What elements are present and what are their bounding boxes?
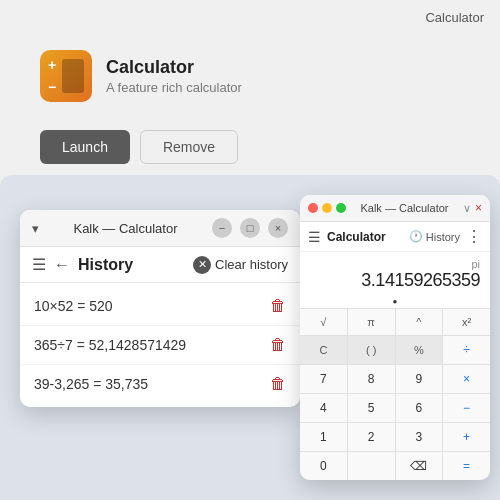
calc-key[interactable]: ÷	[443, 336, 490, 364]
history-item: 39-3,265 = 35,735 🗑	[20, 365, 300, 403]
menu-icon[interactable]: ☰	[32, 255, 46, 274]
calc-buttons: √π^x²C( )%÷789×456−123+0⌫=	[300, 308, 490, 480]
calc-key[interactable]: 9	[396, 365, 443, 393]
delete-icon[interactable]: 🗑	[270, 336, 286, 354]
plus-icon: +	[48, 58, 56, 72]
calc-key[interactable]: ( )	[348, 336, 395, 364]
pi-label: pi	[310, 258, 480, 270]
dot-indicator: ●	[300, 297, 490, 306]
clear-x-icon: ✕	[193, 256, 211, 274]
action-buttons: Launch Remove	[40, 130, 238, 164]
app-info-section: + − Calculator A feature rich calculator	[40, 50, 242, 102]
calc-result: 3.14159265359	[310, 270, 480, 291]
close-button[interactable]: ×	[268, 218, 288, 238]
calc-key[interactable]: +	[443, 423, 490, 451]
calc-key[interactable]: 5	[348, 394, 395, 422]
history-list: 10×52 = 520 🗑 365÷7 = 52,1428571429 🗑 39…	[20, 283, 300, 407]
app-name: Calculator	[106, 57, 242, 78]
clear-history-button[interactable]: ✕ Clear history	[193, 256, 288, 274]
history-titlebar: ▾ Kalk — Calculator − □ ×	[20, 210, 300, 247]
history-window: ▾ Kalk — Calculator − □ × ☰ ← History ✕ …	[20, 210, 300, 407]
calc-key[interactable]: 4	[300, 394, 347, 422]
history-toolbar: ☰ ← History ✕ Clear history	[20, 247, 300, 283]
history-expression: 10×52 = 520	[34, 298, 113, 314]
history-expression: 365÷7 = 52,1428571429	[34, 337, 186, 353]
calc-key[interactable]: 3	[396, 423, 443, 451]
calc-key[interactable]: %	[396, 336, 443, 364]
calc-menu-icon[interactable]: ☰	[308, 229, 321, 245]
calc-key[interactable]: ×	[443, 365, 490, 393]
calc-key[interactable]: C	[300, 336, 347, 364]
maximize-dot[interactable]	[336, 203, 346, 213]
calc-key[interactable]: x²	[443, 309, 490, 335]
history-tab[interactable]: 🕐 History	[409, 230, 460, 243]
calc-key[interactable]: 1	[300, 423, 347, 451]
calc-key[interactable]: 7	[300, 365, 347, 393]
back-icon[interactable]: ←	[54, 256, 70, 274]
history-expression: 39-3,265 = 35,735	[34, 376, 148, 392]
calc-nav-label: Calculator	[327, 230, 403, 244]
dropdown-icon[interactable]: ▾	[32, 221, 39, 236]
history-label: History	[78, 256, 185, 274]
close-dot[interactable]	[308, 203, 318, 213]
calc-key[interactable]	[348, 452, 395, 480]
calc-key[interactable]: −	[443, 394, 490, 422]
history-window-title: Kalk — Calculator	[47, 221, 204, 236]
calc-key[interactable]: 2	[348, 423, 395, 451]
calc-key[interactable]: √	[300, 309, 347, 335]
clear-history-label: Clear history	[215, 257, 288, 272]
chevron-icon[interactable]: ∨	[463, 202, 471, 215]
calc-key[interactable]: 0	[300, 452, 347, 480]
calc-key[interactable]: 6	[396, 394, 443, 422]
page-title: Calculator	[425, 10, 484, 25]
calc-window-title: Kalk — Calculator	[350, 202, 459, 214]
calc-key[interactable]: 8	[348, 365, 395, 393]
launch-button[interactable]: Launch	[40, 130, 130, 164]
delete-icon[interactable]: 🗑	[270, 297, 286, 315]
calc-display: pi 3.14159265359	[300, 252, 490, 295]
minus-icon: −	[48, 80, 56, 94]
minimize-button[interactable]: −	[212, 218, 232, 238]
calc-key[interactable]: π	[348, 309, 395, 335]
calc-close-icon[interactable]: ×	[475, 201, 482, 215]
app-subtitle: A feature rich calculator	[106, 80, 242, 95]
clock-icon: 🕐	[409, 230, 423, 243]
calculator-window: Kalk — Calculator ∨ × ☰ Calculator 🕐 His…	[300, 195, 490, 480]
calc-key[interactable]: ⌫	[396, 452, 443, 480]
app-text: Calculator A feature rich calculator	[106, 57, 242, 95]
app-icon: + −	[40, 50, 92, 102]
maximize-button[interactable]: □	[240, 218, 260, 238]
history-item: 365÷7 = 52,1428571429 🗑	[20, 326, 300, 365]
minimize-dot[interactable]	[322, 203, 332, 213]
calc-key[interactable]: ^	[396, 309, 443, 335]
history-item: 10×52 = 520 🗑	[20, 287, 300, 326]
history-nav-label: History	[426, 231, 460, 243]
icon-rect	[62, 59, 84, 93]
delete-icon[interactable]: 🗑	[270, 375, 286, 393]
calc-nav: ☰ Calculator 🕐 History ⋮	[300, 222, 490, 252]
more-icon[interactable]: ⋮	[466, 227, 482, 246]
calc-key[interactable]: =	[443, 452, 490, 480]
remove-button[interactable]: Remove	[140, 130, 238, 164]
calc-titlebar: Kalk — Calculator ∨ ×	[300, 195, 490, 222]
